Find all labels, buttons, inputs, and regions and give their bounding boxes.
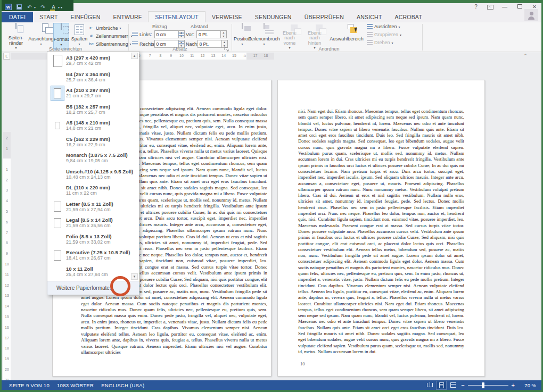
menu-scroll-down-button[interactable]: ▼	[131, 273, 138, 280]
tab-stop-selector[interactable]: L	[3, 53, 10, 60]
ruler-number: 20	[3, 368, 11, 371]
ruler-number: 5	[3, 210, 11, 213]
group-separator	[232, 24, 232, 51]
paper-size-item[interactable]: B4 (257 x 364 mm) 25,7 cm x 36,4 cm	[47, 69, 139, 86]
hyphenation-icon: bc	[88, 41, 94, 47]
dropdown-caret-icon: ▾	[400, 33, 401, 37]
quick-access-toolbar: W ↶▾ ↷ A▾ ▾	[2, 0, 73, 11]
close-button[interactable]: ✕	[531, 4, 538, 10]
web-layout-view-button[interactable]	[448, 381, 458, 389]
paper-size-icon	[49, 55, 66, 67]
ausrichtung-button[interactable]: Ausrichtung▾	[29, 23, 53, 49]
paper-size-item[interactable]: C5 (162 x 229 mm) 16,2 cm x 22,9 cm	[47, 134, 139, 151]
auswahlbereich-button[interactable]: Auswahlbereich	[327, 23, 366, 49]
paper-size-item[interactable]: A5 (148 x 210 mm) 14,8 cm x 21 cm	[47, 118, 139, 134]
tab-datei[interactable]: DATEI	[2, 12, 33, 22]
ribbon-display-options-button[interactable]	[487, 5, 493, 10]
tab-acrobat[interactable]: ACROBAT	[389, 12, 429, 22]
tab-ansicht[interactable]: ANSICHT	[350, 12, 389, 22]
tab-seitenlayout[interactable]: SEITENLAYOUT	[148, 11, 205, 22]
gruppieren-button[interactable]: Gruppieren▾	[367, 32, 401, 37]
user-avatar[interactable]	[524, 9, 538, 21]
status-englisch-usa-[interactable]: ENGLISCH (USA)	[101, 382, 144, 388]
group-label-arrange: Anordnen	[300, 46, 358, 52]
paragraph-dialog-launcher-icon[interactable]	[224, 47, 229, 52]
zoom-slider[interactable]	[468, 381, 508, 389]
margins-icon	[10, 23, 22, 35]
group-label-paragraph: Absatz	[156, 46, 204, 52]
paper-size-item[interactable]: DL (110 x 220 mm) 11 cm x 22 cm	[47, 182, 139, 199]
word-window: W ↶▾ ↷ A▾ ▾ ? — ✕ DATEISTARTEINFÜGENENTW…	[0, 0, 543, 392]
zeilennummern-button[interactable]: #Zeilennummern▾	[88, 32, 133, 40]
zoom-slider-rail	[468, 385, 508, 386]
right-indent-marker[interactable]: ⌂	[243, 53, 246, 58]
status-1083-w-rter[interactable]: 1083 WÖRTER	[57, 382, 94, 388]
ruler-number: 9	[3, 252, 11, 255]
tab-entwurf[interactable]: ENTWURF	[106, 12, 148, 22]
ausrichten-button[interactable]: Ausrichten▾	[367, 24, 400, 29]
paper-size-item[interactable]: A3 (297 x 420 mm) 29,7 cm x 42 cm	[47, 53, 139, 69]
paper-size-item[interactable]: B5 (182 x 257 mm) 18,2 cm x 25,7 cm	[47, 102, 139, 118]
maximize-button[interactable]	[517, 4, 522, 9]
undo-icon[interactable]: ↶	[26, 4, 33, 10]
drehen-button[interactable]: Drehen▾	[367, 40, 393, 45]
paper-size-item[interactable]: Folio (8.5 x 13 Zoll) 21,59 cm x 33,02 c…	[47, 231, 139, 248]
word-logo-icon[interactable]: W	[5, 4, 12, 10]
paper-size-item[interactable]: Umsch.#10 (4.125 x 9.5 Zoll) 10,48 cm x …	[47, 166, 139, 183]
save-icon[interactable]	[15, 4, 22, 10]
size-icon	[55, 24, 68, 37]
seiten-r-nder-button[interactable]: Seiten-ränder▾	[4, 23, 28, 49]
dropdown-caret-icon: ▾	[241, 43, 243, 46]
document-page-10[interactable]: nisi. Nam eget dui. Etiam rhoncus. Maece…	[277, 80, 485, 377]
paper-size-item[interactable]: Executive (7.25 x 10.5 Zoll) 18,41 cm x …	[47, 247, 139, 264]
send-backward-icon	[308, 23, 321, 30]
ruler-number: 3	[3, 188, 11, 192]
tab-einf-gen[interactable]: EINFÜGEN	[64, 12, 107, 22]
read-mode-view-button[interactable]	[425, 381, 434, 389]
ebene-nach-hinten-button[interactable]: Ebene nachhinten▾	[302, 23, 327, 49]
pen-caret-icon[interactable]: ▾	[58, 5, 60, 9]
zeilenumbruch-button[interactable]: Zeilenumbruch▾	[251, 23, 277, 49]
indent-left-input[interactable]: 0 cm	[154, 30, 179, 38]
status-seite-9-von-10[interactable]: SEITE 9 VON 10	[9, 382, 50, 388]
zoom-level[interactable]: 70 %	[518, 382, 536, 388]
paper-size-item[interactable]: Legal (8.5 x 14 Zoll) 21,59 cm x 35,56 c…	[47, 215, 139, 231]
zoom-in-button[interactable]: +	[512, 382, 515, 388]
tab-sendungen[interactable]: SENDUNGEN	[249, 12, 298, 22]
vertical-ruler[interactable]: 211234567891011121314151617181920212223	[3, 61, 11, 380]
paper-size-icon	[49, 202, 66, 212]
paper-size-item-selected[interactable]: A4 (210 x 297 mm) 21 cm x 29,7 cm	[47, 85, 139, 102]
tab-start[interactable]: START	[33, 12, 64, 22]
spacing-before-spinner[interactable]: ▲▼	[221, 30, 227, 38]
spacing-after-label: Nach:	[186, 41, 199, 47]
help-button[interactable]: ?	[472, 4, 480, 10]
ebene-nach-vorne-button[interactable]: Ebene nachvorne▾	[277, 23, 302, 49]
paper-size-item[interactable]: Monarch (3.875 x 7.5 Zoll) 9,84 cm x 19,…	[47, 150, 139, 166]
paper-size-item[interactable]: Letter (8.5 x 11 Zoll) 21,59 cm x 27,94 …	[47, 199, 139, 215]
document-area: 123456789101112131415⌂1718 L 21123456789…	[2, 52, 541, 380]
zoom-out-button[interactable]: −	[461, 382, 464, 388]
undo-caret-icon[interactable]: ▾	[34, 5, 36, 9]
position-icon	[236, 23, 249, 36]
zoom-slider-thumb[interactable]	[482, 382, 484, 388]
ruler-number: 2	[3, 178, 11, 181]
redo-icon[interactable]: ↷	[39, 4, 46, 10]
spalten-button[interactable]: Spalten▾	[70, 23, 88, 49]
format-button[interactable]: Format▾	[53, 23, 69, 49]
tab-verweise[interactable]: VERWEISE	[205, 12, 249, 22]
menu-scroll-up-button[interactable]: ▲	[131, 53, 138, 59]
selected-size-highlight	[51, 86, 64, 101]
wrap-text-icon	[258, 23, 270, 36]
format-pen-icon[interactable]: A	[50, 4, 57, 10]
customize-qat-icon[interactable]: ▾	[61, 5, 62, 9]
tab--berpr-fen[interactable]: ÜBERPRÜFEN	[298, 12, 350, 22]
ausrichten-icon	[367, 24, 373, 29]
minimize-button[interactable]: —	[501, 4, 508, 10]
collapse-ribbon-chevron-icon[interactable]: ⌃	[521, 53, 530, 60]
print-layout-view-button[interactable]	[437, 381, 446, 389]
ruler-number: 15	[232, 54, 236, 57]
dropdown-caret-icon: ▾	[60, 43, 62, 46]
umbrüche-button[interactable]: ⇤Umbrüche▾	[88, 24, 121, 32]
spacing-before-input[interactable]: 0 Pt.	[196, 30, 221, 38]
group-separator	[128, 24, 129, 51]
